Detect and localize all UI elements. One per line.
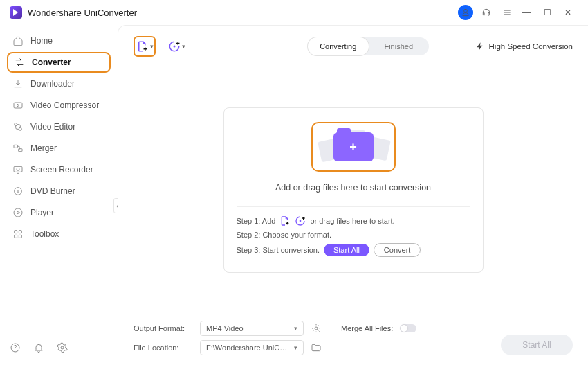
svg-point-16	[173, 46, 175, 48]
minimize-button[interactable]: —	[516, 3, 537, 21]
svg-rect-3	[14, 145, 17, 148]
add-disc-button[interactable]: ▾	[165, 36, 187, 57]
high-speed-label: High Speed Conversion	[489, 42, 573, 51]
sidebar-item-label: Player	[30, 208, 54, 217]
status-tabs: Converting Finished	[308, 37, 429, 55]
svg-rect-5	[14, 166, 22, 172]
tab-finished[interactable]: Finished	[369, 37, 430, 55]
sidebar-item-label: Video Editor	[30, 122, 75, 132]
sidebar-item-label: Downloader	[30, 79, 75, 89]
sidebar-item-player[interactable]: Player	[7, 202, 111, 223]
sidebar-item-label: Home	[30, 36, 53, 46]
svg-rect-0	[14, 103, 22, 108]
sidebar-item-dvd[interactable]: DVD Burner	[7, 181, 111, 202]
merge-label: Merge All Files:	[341, 324, 393, 332]
lightning-icon	[475, 42, 485, 51]
add-file-icon	[279, 215, 291, 226]
sidebar-item-label: Toolbox	[30, 229, 59, 239]
sidebar-item-label: Screen Recorder	[30, 165, 93, 175]
sidebar-item-converter[interactable]: Converter	[7, 52, 111, 73]
menu-icon[interactable]	[498, 3, 516, 21]
drop-panel: + Add or drag files here to start conver…	[223, 107, 484, 273]
svg-point-2	[19, 127, 21, 130]
start-all-button[interactable]: Start All	[501, 335, 573, 355]
toolbar: ▾ ▾ Converting Finished High Speed Conve…	[134, 34, 573, 59]
content-area: ▾ ▾ Converting Finished High Speed Conve…	[118, 25, 588, 365]
svg-point-17	[300, 220, 302, 222]
app-logo-icon	[10, 6, 22, 19]
output-format-select[interactable]: MP4 Video▾	[200, 321, 304, 336]
format-settings-icon[interactable]	[311, 323, 322, 334]
account-avatar[interactable]	[457, 3, 475, 21]
sidebar-item-label: Converter	[32, 57, 71, 67]
svg-rect-11	[19, 231, 21, 233]
hint-convert-button[interactable]: Convert	[374, 243, 421, 257]
svg-rect-12	[15, 235, 17, 238]
svg-point-7	[15, 188, 22, 195]
sidebar-item-editor[interactable]: Video Editor	[7, 116, 111, 137]
svg-rect-4	[19, 149, 22, 152]
file-location-label: File Location:	[134, 344, 193, 352]
app-title: Wondershare UniConverter	[28, 8, 137, 18]
sidebar-item-recorder[interactable]: Screen Recorder	[7, 159, 111, 180]
headset-icon[interactable]	[477, 3, 495, 21]
sidebar-item-label: Video Compressor	[30, 100, 99, 110]
notifications-icon[interactable]	[33, 342, 44, 355]
svg-rect-13	[19, 235, 21, 238]
hint-start-all-button[interactable]: Start All	[324, 244, 369, 256]
sidebar-item-label: Merger	[30, 143, 57, 153]
step-3: Step 3: Start conversion. Start All Conv…	[237, 243, 470, 257]
sidebar-item-compressor[interactable]: Video Compressor	[7, 95, 111, 116]
close-button[interactable]: ✕	[558, 3, 578, 21]
svg-point-6	[17, 168, 19, 170]
help-icon[interactable]	[10, 342, 21, 355]
sidebar-item-home[interactable]: Home	[7, 30, 111, 51]
add-disc-icon	[295, 215, 306, 226]
open-folder-icon[interactable]	[311, 342, 322, 353]
tab-converting[interactable]: Converting	[308, 37, 369, 55]
sidebar-item-merger[interactable]: Merger	[7, 138, 111, 159]
step-1: Step 1: Add or drag files here to start.	[237, 215, 470, 226]
drop-zone[interactable]: +	[311, 122, 396, 172]
output-format-label: Output Format:	[134, 324, 193, 332]
svg-rect-10	[15, 231, 17, 233]
sidebar-item-downloader[interactable]: Downloader	[7, 73, 111, 94]
add-file-button[interactable]: ▾	[134, 36, 156, 57]
merge-toggle[interactable]	[400, 324, 416, 332]
settings-icon[interactable]	[57, 342, 68, 355]
steps-panel: Step 1: Add or drag files here to start.…	[237, 206, 470, 257]
folder-plus-icon: +	[333, 132, 374, 161]
svg-point-1	[15, 123, 17, 126]
file-location-select[interactable]: F:\Wondershare UniConverter▾	[200, 340, 304, 355]
drop-text: Add or drag files here to start conversi…	[237, 183, 470, 193]
titlebar: Wondershare UniConverter — ☐ ✕	[0, 0, 588, 25]
maximize-button[interactable]: ☐	[537, 3, 558, 21]
sidebar-item-label: DVD Burner	[30, 186, 75, 196]
sidebar-item-toolbox[interactable]: Toolbox	[7, 224, 111, 244]
svg-point-18	[315, 327, 318, 330]
svg-point-9	[14, 208, 22, 217]
svg-point-8	[17, 190, 19, 193]
sidebar: Home Converter Downloader Video Compress…	[0, 25, 118, 365]
step-2: Step 2: Choose your format.	[237, 231, 470, 239]
svg-point-15	[61, 346, 64, 349]
high-speed-toggle[interactable]: High Speed Conversion	[475, 42, 573, 51]
